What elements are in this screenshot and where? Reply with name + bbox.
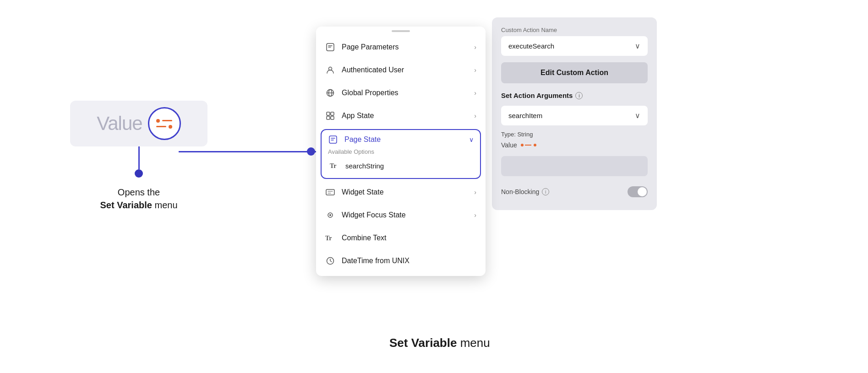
non-blocking-info-icon: i	[542, 188, 549, 195]
chevron-right-icon-2: ›	[474, 66, 476, 74]
menu-item-app-state[interactable]: App State ›	[316, 104, 486, 127]
combine-text-icon: Tr	[325, 233, 335, 243]
type-string-label: Type: String	[501, 131, 648, 138]
page-state-label: Page State	[344, 135, 463, 144]
page-state-icon	[328, 135, 338, 145]
svg-rect-4	[327, 112, 330, 115]
caption-line1: Opens the	[118, 187, 160, 197]
menu-item-combine-text[interactable]: Tr Combine Text	[316, 227, 486, 249]
svg-rect-6	[327, 116, 330, 119]
value-dot-small-2	[534, 144, 536, 146]
custom-action-name-label: Custom Action Name	[501, 27, 648, 33]
available-options-label: Available Options	[328, 148, 374, 155]
svg-rect-5	[331, 112, 334, 115]
page-state-header: Page State ∨	[328, 135, 474, 145]
search-item-value: searchItem	[508, 112, 542, 119]
filter-dot-2	[169, 125, 172, 129]
value-input-area	[501, 156, 648, 176]
chevron-right-icon-3: ›	[474, 89, 476, 97]
filter-line-1	[162, 120, 172, 121]
info-icon: i	[575, 92, 583, 99]
chevron-right-icon-4: ›	[474, 112, 476, 119]
caption-bold: Set Variable	[100, 200, 152, 210]
svg-rect-7	[331, 116, 334, 119]
filter-dot-1	[156, 119, 160, 123]
bottom-regular: menu	[457, 336, 490, 350]
arg-dropdown[interactable]: searchItem ∨	[501, 106, 648, 125]
connector-container	[135, 146, 143, 178]
value-row-label: Value	[501, 141, 517, 149]
menu-item-widget-state[interactable]: Widget State ›	[316, 181, 486, 204]
value-row: Value	[501, 141, 648, 149]
non-blocking-label: Non-Blocking i	[501, 188, 549, 195]
value-filter-icon	[521, 144, 536, 146]
custom-action-dropdown[interactable]: executeSearch ∨	[501, 36, 648, 56]
menu-item-page-parameters[interactable]: Page Parameters ›	[316, 36, 486, 59]
globe-icon	[325, 88, 335, 98]
app-state-icon	[325, 111, 335, 121]
page-parameters-label: Page Parameters	[342, 43, 468, 51]
bottom-dot	[135, 169, 143, 178]
chevron-down-icon-3: ∨	[635, 111, 640, 120]
execute-search-value: executeSearch	[508, 42, 554, 50]
widget-focus-icon	[325, 210, 335, 220]
chevron-right-icon-7: ›	[474, 211, 476, 219]
set-variable-menu: Page Parameters › Authenticated User › G…	[316, 27, 486, 276]
combine-text-label: Combine Text	[342, 234, 476, 242]
menu-item-widget-focus-state[interactable]: Widget Focus State ›	[316, 204, 486, 227]
chevron-down-icon: ∨	[469, 136, 474, 143]
bottom-bold: Set Variable	[389, 336, 457, 350]
menu-handle	[392, 30, 410, 32]
toggle-thumb	[638, 187, 647, 196]
filter-icon-inner	[156, 119, 172, 129]
svg-rect-8	[329, 136, 337, 143]
filter-row-2	[156, 125, 172, 129]
widget-state-label: Widget State	[342, 188, 468, 196]
chevron-down-icon-2: ∨	[635, 42, 640, 50]
menu-item-global-properties[interactable]: Global Properties ›	[316, 81, 486, 104]
widget-state-icon	[325, 187, 335, 197]
value-widget: Value	[70, 101, 207, 146]
non-blocking-toggle[interactable]	[628, 186, 648, 197]
global-properties-label: Global Properties	[342, 89, 468, 97]
value-line-small-1	[525, 145, 531, 146]
svg-point-12	[329, 214, 331, 216]
page-params-icon	[325, 42, 335, 52]
datetime-icon	[325, 256, 335, 266]
chevron-right-icon: ›	[474, 43, 476, 51]
filter-icon-circle	[148, 107, 181, 140]
user-icon	[325, 65, 335, 75]
svg-rect-10	[326, 189, 334, 195]
value-dot-small-1	[521, 144, 524, 146]
svg-text:Tr: Tr	[330, 162, 337, 169]
svg-text:Tr: Tr	[325, 235, 332, 242]
connector-dot	[307, 147, 315, 156]
caption-line2: menu	[154, 200, 177, 210]
page-state-sub-item[interactable]: Tr searchString	[328, 158, 386, 173]
text-icon: Tr	[330, 161, 340, 171]
search-string-label: searchString	[345, 162, 384, 170]
widget-focus-state-label: Widget Focus State	[342, 211, 468, 219]
menu-item-page-state[interactable]: Page State ∨ Available Options Tr search…	[321, 129, 481, 179]
authenticated-user-label: Authenticated User	[342, 66, 468, 74]
caption: Opens the Set Variable menu	[100, 186, 178, 211]
datetime-label: DateTime from UNIX	[342, 257, 476, 265]
filter-row-1	[156, 119, 172, 123]
chevron-right-icon-6: ›	[474, 189, 476, 196]
connector-line	[138, 146, 140, 169]
set-action-args-heading: Set Action Arguments i	[501, 92, 648, 99]
left-illustration: Value Opens the Set Variable menu	[68, 101, 210, 211]
menu-item-datetime-unix[interactable]: DateTime from UNIX	[316, 249, 486, 272]
bottom-caption: Set Variable menu	[389, 336, 490, 350]
filter-line-2	[156, 126, 166, 127]
right-panel: Custom Action Name executeSearch ∨ Edit …	[492, 17, 657, 210]
value-label: Value	[97, 113, 142, 135]
menu-item-authenticated-user[interactable]: Authenticated User ›	[316, 59, 486, 81]
edit-custom-action-button[interactable]: Edit Custom Action	[501, 62, 648, 83]
app-state-label: App State	[342, 112, 468, 120]
non-blocking-row: Non-Blocking i	[501, 183, 648, 201]
